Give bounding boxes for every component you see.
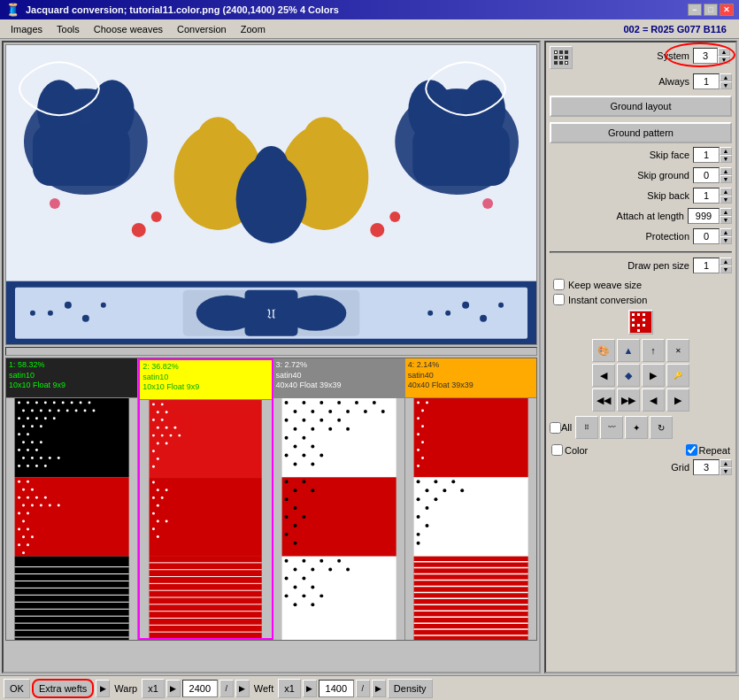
icon-back[interactable]: ◀◀ (592, 388, 615, 412)
draw-pen-spin-down[interactable]: ▼ (720, 265, 732, 273)
attach-length-input[interactable] (688, 208, 720, 224)
skip-ground-spin-up[interactable]: ▲ (720, 167, 732, 175)
icon-tool4[interactable]: 🔑 (666, 364, 689, 387)
menu-images[interactable]: Images (4, 22, 50, 36)
ground-layout-button[interactable]: Ground layout (550, 96, 732, 117)
close-button[interactable]: ✕ (720, 4, 734, 16)
skip-back-spin-up[interactable]: ▲ (720, 188, 732, 196)
color-column-4[interactable]: 4: 2.14% satin40 40x40 Float 39x39 (405, 358, 536, 640)
weft-mult-button[interactable]: x1 (278, 679, 301, 698)
svg-point-175 (337, 401, 341, 404)
svg-point-249 (416, 515, 420, 519)
svg-point-208 (284, 533, 288, 536)
warp-div-btn[interactable]: ▶ (235, 680, 250, 697)
keep-weave-checkbox[interactable] (553, 279, 565, 290)
density-button[interactable]: Density (388, 679, 433, 698)
warp-mult-arr[interactable]: ▶ (166, 680, 181, 697)
weave-tool-icon[interactable] (550, 46, 573, 69)
extra-wefts-button[interactable]: Extra wefts (32, 679, 94, 698)
icon-dots-a[interactable]: ⠿ (575, 416, 598, 439)
minimize-button[interactable]: − (688, 4, 702, 16)
icon-move-left[interactable]: ◀ (592, 364, 615, 387)
weft-div-btn[interactable]: ▶ (372, 680, 386, 697)
always-spin-down[interactable]: ▼ (720, 81, 732, 89)
icon-grid-right[interactable]: ▶ (666, 388, 689, 412)
icon-star[interactable]: ✦ (625, 416, 648, 439)
draw-pen-input[interactable] (693, 258, 720, 273)
grid-spin-down[interactable]: ▼ (720, 467, 732, 475)
always-input[interactable] (693, 73, 720, 89)
skip-face-input[interactable] (693, 147, 720, 163)
system-input[interactable] (693, 48, 718, 64)
grid-input[interactable] (693, 459, 720, 475)
icon-wave[interactable]: 〰 (600, 416, 623, 439)
attach-length-spin-down[interactable]: ▼ (720, 216, 732, 224)
preview-area[interactable]: 𝔘 (5, 44, 537, 345)
protection-spin-up[interactable]: ▲ (720, 228, 732, 236)
skip-ground-input[interactable] (693, 167, 720, 183)
weft-div-arr[interactable]: / (356, 680, 370, 697)
icon-refresh[interactable]: ↻ (650, 416, 673, 439)
menu-zoom[interactable]: Zoom (234, 22, 273, 36)
weft-mult-arr[interactable]: ▶ (303, 680, 317, 697)
svg-point-106 (18, 527, 20, 530)
icon-diamond-fill[interactable]: ◆ (617, 364, 640, 387)
red-weave-icon[interactable] (628, 310, 653, 335)
skip-back-spin-down[interactable]: ▼ (720, 196, 732, 204)
skip-face-spin-up[interactable]: ▲ (720, 147, 732, 155)
color-column-2[interactable]: 2: 36.82% satin10 10x10 Float 9x9 (138, 358, 273, 640)
skip-ground-spin-down[interactable]: ▼ (720, 175, 732, 183)
warp-mult-button[interactable]: x1 (142, 679, 165, 698)
protection-input[interactable] (693, 228, 720, 244)
svg-point-243 (443, 488, 446, 492)
protection-spin-down[interactable]: ▼ (720, 236, 732, 244)
repeat-checkbox[interactable] (686, 444, 697, 456)
preview-scrollbar[interactable] (5, 347, 537, 356)
svg-point-181 (284, 419, 288, 422)
color-header-4: 4: 2.14% satin40 40x40 Float 39x39 (405, 358, 536, 398)
color-column-1[interactable]: 1: 58.32% satin10 10x10 Float 9x9 (6, 358, 138, 640)
warp-div-arr[interactable]: / (219, 680, 234, 697)
system-spin-up[interactable]: ▲ (718, 48, 730, 56)
grid-spin-up[interactable]: ▲ (720, 459, 732, 467)
svg-point-22 (132, 223, 146, 237)
svg-point-247 (425, 506, 428, 510)
warp-value-input[interactable] (182, 680, 218, 697)
svg-point-91 (27, 481, 29, 483)
svg-point-212 (293, 568, 296, 572)
menu-tools[interactable]: Tools (50, 22, 87, 36)
ground-pattern-button[interactable]: Ground pattern (550, 122, 732, 143)
menu-conversion[interactable]: Conversion (170, 22, 234, 36)
color-checkbox[interactable] (551, 444, 563, 456)
icon-erase[interactable]: ✕ (666, 339, 689, 362)
grid-row: Grid ▲ ▼ (550, 458, 732, 476)
icon-grid-left[interactable]: ◀ (642, 388, 665, 412)
icon-forward[interactable]: ▶▶ (617, 388, 640, 412)
system-spin-down[interactable]: ▼ (718, 56, 730, 64)
svg-point-245 (460, 488, 464, 492)
draw-pen-spin-up[interactable]: ▲ (720, 258, 732, 265)
maximize-button[interactable]: □ (704, 4, 718, 16)
extra-wefts-arr[interactable]: ▶ (96, 680, 110, 697)
always-spin-up[interactable]: ▲ (720, 73, 732, 81)
svg-point-193 (284, 454, 288, 458)
svg-point-96 (35, 496, 38, 499)
icon-arrow-up[interactable]: ↑ (642, 339, 665, 362)
tool-icon-section: 🎨 ▲ ↑ ✕ ◀ ◆ ▶ 🔑 ◀◀ ▶▶ ◀ ▶ (550, 339, 732, 412)
color-column-3[interactable]: 3: 2.72% satin40 40x40 Float 39x39 (273, 358, 405, 640)
icon-arrow-right[interactable]: ▶ (642, 364, 665, 387)
ok-button[interactable]: OK (4, 679, 30, 698)
menu-choose-weaves[interactable]: Choose weaves (87, 22, 170, 36)
attach-length-spin-up[interactable]: ▲ (720, 208, 732, 216)
svg-point-235 (421, 441, 424, 443)
icon-paint[interactable]: 🎨 (592, 339, 615, 362)
instant-conversion-checkbox[interactable] (553, 294, 565, 305)
skip-back-input[interactable] (693, 188, 720, 204)
svg-point-135 (152, 435, 155, 437)
skip-face-spin-down[interactable]: ▼ (720, 155, 732, 163)
weft-value-input[interactable] (319, 680, 354, 697)
all-checkbox[interactable] (550, 422, 561, 434)
svg-point-27 (482, 198, 493, 209)
svg-rect-277 (555, 51, 557, 53)
icon-diamond-up[interactable]: ▲ (617, 339, 640, 362)
